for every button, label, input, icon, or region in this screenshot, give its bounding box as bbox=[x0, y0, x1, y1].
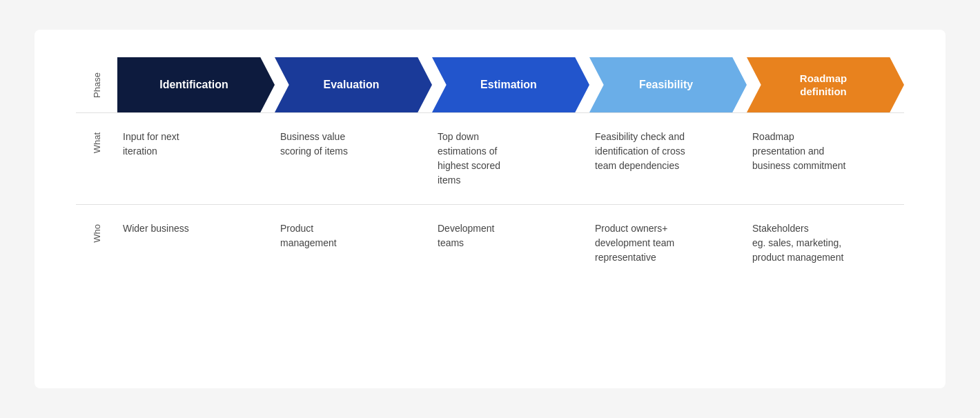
who-roadmap-text: Stakeholderseg. sales, marketing,product… bbox=[752, 223, 843, 263]
phase-feasibility-cell: Feasibility bbox=[589, 57, 747, 112]
who-estimation-text: Developmentteams bbox=[438, 223, 495, 248]
phase-estimation-cell: Estimation bbox=[432, 57, 589, 112]
phase-evaluation-cell: Evaluation bbox=[275, 57, 432, 112]
phase-feasibility-label: Feasibility bbox=[636, 78, 700, 92]
who-identification-text: Wider business bbox=[123, 223, 189, 234]
phase-roadmap-arrow: Roadmapdefinition bbox=[747, 57, 904, 112]
phase-evaluation-arrow: Evaluation bbox=[275, 57, 432, 112]
who-estimation: Developmentteams bbox=[432, 205, 589, 281]
phase-identification-cell: Identification bbox=[117, 57, 275, 112]
phase-roadmap-cell: Roadmapdefinition bbox=[747, 57, 904, 112]
who-roadmap: Stakeholderseg. sales, marketing,product… bbox=[747, 205, 904, 281]
phase-identification-arrow: Identification bbox=[117, 57, 275, 112]
phase-estimation-label: Estimation bbox=[478, 78, 544, 92]
what-feasibility: Feasibility check andidentification of c… bbox=[589, 113, 747, 204]
phase-estimation-arrow: Estimation bbox=[432, 57, 589, 112]
what-roadmap: Roadmappresentation andbusiness commitme… bbox=[747, 113, 904, 204]
who-label: Who bbox=[92, 224, 102, 243]
what-evaluation-text: Business valuescoring of items bbox=[280, 131, 348, 157]
what-row-label-cell: What bbox=[76, 113, 117, 204]
phase-evaluation-label: Evaluation bbox=[321, 78, 386, 92]
who-evaluation-text: Productmanagement bbox=[280, 223, 337, 248]
what-estimation: Top downestimations ofhighest scoreditem… bbox=[432, 113, 589, 204]
phase-label: Phase bbox=[92, 72, 102, 98]
who-feasibility-text: Product owners+development teamrepresent… bbox=[595, 223, 674, 263]
who-feasibility: Product owners+development teamrepresent… bbox=[589, 205, 747, 281]
main-container: Phase Identification Evaluation bbox=[35, 30, 945, 388]
phase-roadmap-label: Roadmapdefinition bbox=[797, 72, 854, 99]
what-estimation-text: Top downestimations ofhighest scoreditem… bbox=[438, 131, 500, 186]
who-evaluation: Productmanagement bbox=[275, 205, 432, 281]
what-roadmap-text: Roadmappresentation andbusiness commitme… bbox=[752, 131, 845, 171]
what-label: What bbox=[92, 132, 102, 153]
phase-feasibility-arrow: Feasibility bbox=[589, 57, 747, 112]
who-identification: Wider business bbox=[117, 205, 275, 281]
what-identification-text: Input for nextiteration bbox=[123, 131, 179, 157]
what-identification: Input for nextiteration bbox=[117, 113, 275, 204]
who-row-label-cell: Who bbox=[76, 205, 117, 281]
phase-row-label-cell: Phase bbox=[76, 57, 117, 112]
what-feasibility-text: Feasibility check andidentification of c… bbox=[595, 131, 685, 171]
phase-identification-label: Identification bbox=[157, 78, 235, 92]
what-evaluation: Business valuescoring of items bbox=[275, 113, 432, 204]
process-grid: Phase Identification Evaluation bbox=[76, 57, 904, 281]
